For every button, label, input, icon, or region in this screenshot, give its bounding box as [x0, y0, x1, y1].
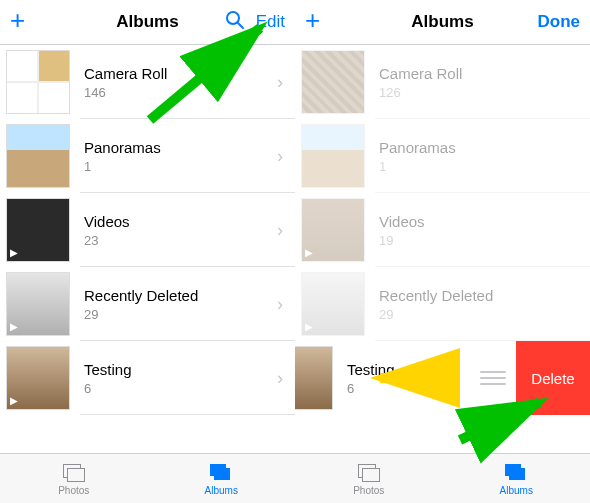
tab-label: Photos: [58, 485, 89, 496]
edit-button[interactable]: Edit: [256, 12, 285, 32]
album-name: Camera Roll: [84, 65, 277, 83]
reorder-handle[interactable]: [480, 371, 506, 385]
album-name: Recently Deleted: [84, 287, 277, 305]
album-name: Panoramas: [379, 139, 590, 157]
album-name: Testing: [347, 361, 480, 379]
album-thumbnail: ▶︎: [6, 346, 70, 410]
album-list-edit: Camera Roll 126 Panoramas 1 ▶︎ Videos: [295, 45, 590, 415]
phone-left: + Albums Edit Camera Roll 146 › Panorama…: [0, 0, 296, 503]
album-row[interactable]: Panoramas 1 ›: [0, 119, 295, 193]
album-count: 146: [84, 85, 277, 100]
album-count: 23: [84, 233, 277, 248]
done-button[interactable]: Done: [538, 12, 581, 32]
album-row[interactable]: ▶︎ Recently Deleted 29: [295, 267, 590, 341]
navbar: + Albums Edit: [0, 0, 295, 45]
tab-photos[interactable]: Photos: [0, 454, 148, 503]
video-badge-icon: ▶︎: [10, 247, 18, 258]
tab-bar: Photos Albums: [0, 453, 295, 503]
add-button[interactable]: +: [10, 5, 25, 36]
chevron-right-icon: ›: [277, 220, 295, 241]
phone-right: + Albums Done Camera Roll 126 Panoramas …: [295, 0, 590, 503]
album-row[interactable]: Panoramas 1: [295, 119, 590, 193]
screenshot-pair: + Albums Edit Camera Roll 146 › Panorama…: [0, 0, 590, 503]
album-name: Panoramas: [84, 139, 277, 157]
album-thumbnail: ▶︎: [301, 198, 365, 262]
album-thumbnail: ▶︎: [6, 198, 70, 262]
delete-button[interactable]: Delete: [516, 341, 590, 415]
svg-point-0: [227, 12, 239, 24]
album-count: 1: [84, 159, 277, 174]
page-title: Albums: [116, 12, 178, 32]
album-row[interactable]: ▶︎ Testing 6 ›: [0, 341, 295, 415]
video-badge-icon: ▶︎: [10, 321, 18, 332]
photos-icon: [61, 462, 87, 484]
album-thumbnail: [6, 50, 70, 114]
album-thumbnail: ▶︎: [301, 272, 365, 336]
albums-icon: [208, 462, 234, 484]
album-row[interactable]: ▶︎ Videos 19: [295, 193, 590, 267]
add-button[interactable]: +: [305, 5, 320, 36]
video-badge-icon: ▶︎: [10, 395, 18, 406]
albums-icon: [503, 462, 529, 484]
album-thumbnail: [301, 50, 365, 114]
album-thumbnail: ▶︎: [295, 346, 333, 410]
album-count: 29: [84, 307, 277, 322]
album-name: Videos: [84, 213, 277, 231]
tab-label: Albums: [205, 485, 238, 496]
album-row[interactable]: ▶︎ Recently Deleted 29 ›: [0, 267, 295, 341]
album-count: 1: [379, 159, 590, 174]
tab-bar: Photos Albums: [295, 453, 590, 503]
chevron-right-icon: ›: [277, 72, 295, 93]
tab-label: Photos: [353, 485, 384, 496]
chevron-right-icon: ›: [277, 146, 295, 167]
tab-label: Albums: [500, 485, 533, 496]
album-list: Camera Roll 146 › Panoramas 1 › ▶︎: [0, 45, 295, 415]
navbar: + Albums Done: [295, 0, 590, 45]
tab-photos[interactable]: Photos: [295, 454, 443, 503]
album-name: Camera Roll: [379, 65, 590, 83]
video-badge-icon: ▶︎: [305, 321, 313, 332]
tab-albums[interactable]: Albums: [443, 454, 591, 503]
album-thumbnail: [6, 124, 70, 188]
photos-icon: [356, 462, 382, 484]
album-count: 6: [84, 381, 277, 396]
tab-albums[interactable]: Albums: [148, 454, 296, 503]
page-title: Albums: [411, 12, 473, 32]
album-count: 6: [347, 381, 480, 396]
album-count: 19: [379, 233, 590, 248]
album-name: Recently Deleted: [379, 287, 590, 305]
chevron-right-icon: ›: [277, 294, 295, 315]
album-thumbnail: [301, 124, 365, 188]
album-name: Videos: [379, 213, 590, 231]
album-row[interactable]: ▶︎ Videos 23 ›: [0, 193, 295, 267]
album-row-swiped[interactable]: ▶︎ Testing 6 Delete: [295, 341, 590, 415]
chevron-right-icon: ›: [277, 368, 295, 389]
album-row[interactable]: Camera Roll 146 ›: [0, 45, 295, 119]
search-icon: [225, 10, 245, 30]
video-badge-icon: ▶︎: [305, 247, 313, 258]
album-thumbnail: ▶︎: [6, 272, 70, 336]
search-button[interactable]: [225, 10, 245, 35]
album-row[interactable]: Camera Roll 126: [295, 45, 590, 119]
album-count: 29: [379, 307, 590, 322]
album-count: 126: [379, 85, 590, 100]
svg-line-1: [238, 23, 243, 28]
album-name: Testing: [84, 361, 277, 379]
